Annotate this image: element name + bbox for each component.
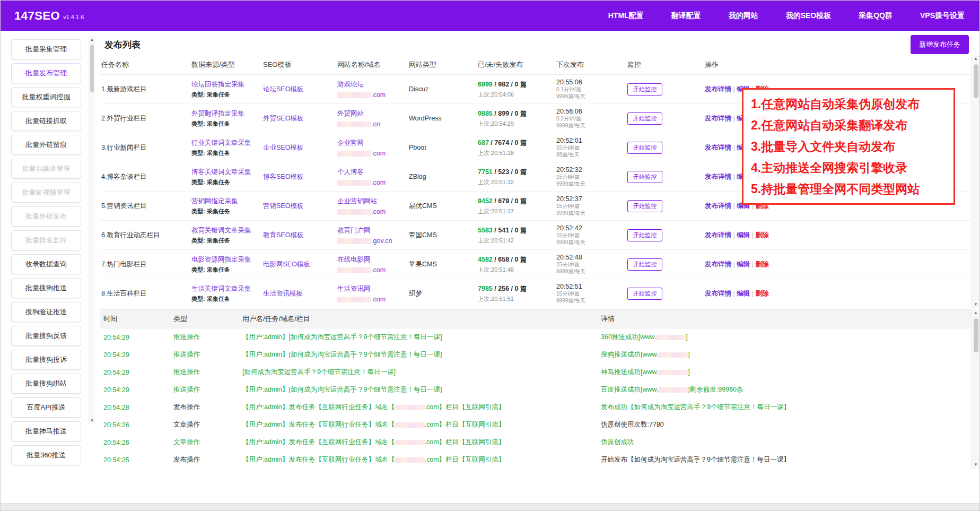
source-link[interactable]: 电影资源网指定采集 [191, 255, 259, 264]
task-stats: 7985 / 256 / 0 篇上次:20:51:51 [478, 284, 556, 303]
site-name-link[interactable]: 在线电影网 [337, 255, 405, 264]
sidebar-scrollbar[interactable]: ▲ ▼ [89, 36, 95, 425]
site-name-link[interactable]: 教育门户网 [337, 226, 405, 235]
action-separator: | [731, 202, 737, 210]
publish-detail-link[interactable]: 发布详情 [705, 202, 731, 210]
sidebar-item[interactable]: 批量搜狗投诉 [11, 350, 81, 370]
seo-template-link[interactable]: 营销SEO模板 [263, 202, 303, 210]
masked-domain [337, 297, 371, 302]
edit-link[interactable]: 编辑 [737, 261, 750, 268]
source-link[interactable]: 营销网指定采集 [191, 197, 259, 206]
source-link[interactable]: 论坛回答指定采集 [191, 80, 259, 89]
sidebar-item[interactable]: 收录数据查询 [11, 254, 81, 274]
seo-template-link[interactable]: 电影网SEO模板 [263, 261, 310, 268]
sidebar-item[interactable]: 百度API推送 [11, 397, 81, 418]
start-monitor-button[interactable]: 开始监控 [627, 200, 662, 212]
seo-template-link[interactable]: 博客SEO模板 [263, 173, 303, 180]
site-cms-type: Pboot [409, 144, 478, 151]
start-monitor-button[interactable]: 开始监控 [627, 83, 662, 96]
sidebar-item[interactable]: 批量360推送 [11, 445, 81, 465]
site-name-link[interactable]: 个人博客 [337, 168, 405, 177]
new-publish-task-button[interactable]: 新增发布任务 [911, 35, 969, 54]
edit-link[interactable]: 编辑 [737, 231, 750, 239]
task-scroll-thumb[interactable] [974, 64, 978, 98]
source-link[interactable]: 博客关键词文章采集 [191, 168, 259, 177]
main-content: 发布列表 新增发布任务 任务名称数据来源/类型SEO模板网站名称/域名网站类型已… [95, 31, 979, 503]
source-link[interactable]: 教育关键词文章采集 [191, 226, 259, 235]
site-name-link[interactable]: 外贸网站 [337, 109, 405, 118]
delete-link[interactable]: 删除 [755, 231, 768, 239]
sidebar-item[interactable]: 批量搜狗绑站 [11, 374, 81, 394]
delete-link[interactable]: 删除 [755, 290, 768, 297]
start-monitor-button[interactable]: 开始监控 [627, 229, 662, 241]
sidebar-item[interactable]: 批量外链留痕 [11, 135, 81, 155]
start-monitor-button[interactable]: 开始监控 [627, 288, 662, 300]
delete-link[interactable]: 删除 [755, 261, 768, 268]
sidebar-item[interactable]: 批量采集管理 [11, 39, 81, 59]
nav-item-6[interactable]: VPS拨号设置 [920, 11, 965, 21]
seo-template-link[interactable]: 外贸SEO模板 [263, 115, 303, 122]
scroll-up-icon[interactable]: ▲ [89, 36, 95, 44]
start-monitor-button[interactable]: 开始监控 [627, 258, 662, 271]
seo-template-link[interactable]: 企业SEO模板 [263, 144, 303, 151]
log-scrollbar[interactable]: ▲ ▼ [972, 309, 979, 469]
site-name-link[interactable]: 企业营销网站 [337, 197, 405, 206]
nav-item-3[interactable]: 我的网站 [729, 11, 758, 21]
log-detail: 百度推送成功[www.]剩余额度:99960条 [601, 385, 971, 394]
scroll-up-icon[interactable]: ▲ [972, 309, 979, 317]
sidebar-item[interactable]: 搜狗验证推送 [11, 302, 81, 322]
page-layout: 批量采集管理批量发布管理批量权重词挖掘批量链接抓取批量外链留痕批量自媒体管理批量… [1, 31, 979, 503]
source-type: 类型: 采集任务 [191, 207, 259, 215]
nav-item-5[interactable]: 采集QQ群 [859, 11, 892, 21]
publish-detail-link[interactable]: 发布详情 [705, 290, 731, 297]
task-stats: 6899 / 982 / 0 篇上次:20:54:06 [478, 80, 556, 99]
publish-detail-link[interactable]: 发布详情 [705, 261, 731, 268]
sidebar-item[interactable]: 批量搜狗推送 [11, 278, 81, 298]
publish-rate: 15分钟/篇 [556, 144, 623, 151]
scroll-down-icon[interactable]: ▼ [972, 301, 979, 308]
publish-detail-link[interactable]: 发布详情 [705, 173, 731, 180]
scroll-down-icon[interactable]: ▼ [89, 417, 95, 425]
publish-detail-link[interactable]: 发布详情 [705, 115, 731, 122]
site-name-link[interactable]: 生活资讯网 [337, 284, 405, 293]
task-scroll-track[interactable] [972, 63, 979, 301]
source-link[interactable]: 生活关键词文章采集 [191, 284, 259, 293]
seo-template-link[interactable]: 论坛SEO模板 [263, 85, 303, 93]
task-site: 外贸网站.cn [337, 109, 409, 128]
site-name-link[interactable]: 企业官网 [337, 138, 405, 148]
sidebar-item[interactable]: 批量神马推送 [11, 421, 81, 441]
site-name-link[interactable]: 游戏论坛 [337, 80, 405, 89]
sidebar-scroll-thumb[interactable] [90, 45, 94, 92]
task-source: 论坛回答指定采集类型: 采集任务 [191, 80, 263, 99]
task-col-header-8: 监控 [627, 60, 705, 70]
task-scrollbar[interactable]: ▲ ▼ [972, 55, 979, 308]
sidebar-item: 批量外链发布 [11, 206, 81, 227]
sidebar-item[interactable]: 批量权重词挖掘 [11, 87, 81, 107]
publish-detail-link[interactable]: 发布详情 [705, 85, 731, 93]
sidebar-item[interactable]: 批量搜狗反馈 [11, 326, 81, 346]
nav-item-1[interactable]: HTML配置 [608, 11, 644, 21]
seo-template-link[interactable]: 生活资讯模板 [263, 290, 303, 297]
scroll-down-icon[interactable]: ▼ [972, 461, 979, 469]
last-publish-time: 上次:20:51:37 [478, 207, 552, 215]
start-monitor-button[interactable]: 开始监控 [627, 112, 662, 125]
task-stats: 4582 / 658 / 0 篇上次:20:51:48 [478, 255, 556, 274]
log-scroll-thumb[interactable] [974, 318, 978, 352]
sidebar-scroll-track[interactable] [89, 44, 95, 417]
task-col-header-7: 下次发布 [556, 60, 627, 70]
sidebar-item[interactable]: 批量链接抓取 [11, 111, 81, 131]
log-scroll-track[interactable] [972, 317, 979, 461]
source-link[interactable]: 行业关键词文章采集 [191, 138, 259, 148]
edit-link[interactable]: 编辑 [737, 290, 750, 297]
published-count: 687 [478, 139, 489, 146]
nav-item-4[interactable]: 我的SEO模板 [786, 11, 832, 21]
scroll-up-icon[interactable]: ▲ [972, 55, 979, 63]
source-link[interactable]: 外贸翻译指定采集 [191, 109, 259, 118]
publish-detail-link[interactable]: 发布详情 [705, 231, 731, 239]
seo-template-link[interactable]: 教育SEO模板 [263, 231, 303, 239]
start-monitor-button[interactable]: 开始监控 [627, 171, 662, 183]
publish-detail-link[interactable]: 发布详情 [705, 144, 731, 151]
nav-item-2[interactable]: 翻译配置 [671, 11, 701, 21]
start-monitor-button[interactable]: 开始监控 [627, 142, 662, 154]
sidebar-item[interactable]: 批量发布管理 [11, 63, 81, 83]
